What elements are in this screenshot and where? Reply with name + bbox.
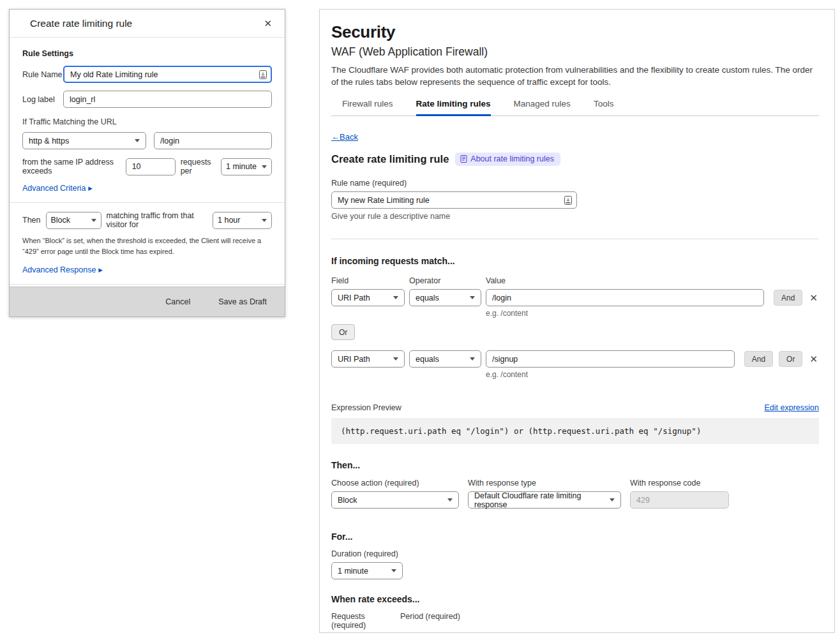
period-select[interactable]: 1 minute xyxy=(221,158,272,175)
chevron-down-icon xyxy=(393,357,398,361)
duration-label: Duration (required) xyxy=(331,549,819,558)
caret-right-icon: ▶ xyxy=(98,267,103,273)
response-type-select[interactable]: Default Cloudflare rate limiting respons… xyxy=(468,491,621,509)
or-button[interactable]: Or xyxy=(779,351,802,367)
save-as-draft-button[interactable]: Save as Draft xyxy=(218,297,267,306)
dialog-header: Create rate limiting rule ✕ xyxy=(10,10,285,38)
value-input[interactable] xyxy=(486,350,735,368)
duration-select[interactable]: 1 hour xyxy=(213,212,272,229)
traffic-match-label: If Traffic Matching the URL xyxy=(22,117,272,126)
operator-select[interactable]: equals xyxy=(409,350,481,368)
log-label-input[interactable] xyxy=(63,91,272,108)
threshold-input[interactable] xyxy=(126,158,176,175)
chevron-down-icon xyxy=(135,139,140,142)
duration-select[interactable]: 1 minute xyxy=(331,562,403,579)
chevron-down-icon xyxy=(262,219,267,222)
condition-row: URI Path equals And ✕ xyxy=(331,289,819,306)
value-input[interactable] xyxy=(486,289,764,306)
action-select[interactable]: Block xyxy=(46,212,101,229)
chevron-down-icon xyxy=(391,569,396,572)
tab-tools[interactable]: Tools xyxy=(594,99,614,116)
autofill-icon xyxy=(259,70,267,79)
divider xyxy=(331,239,819,239)
expression-preview-label: Expression Preview xyxy=(331,403,401,412)
requests-label: Requests (required) xyxy=(331,612,396,630)
field-select[interactable]: URI Path xyxy=(331,289,405,306)
then-section-title: Then... xyxy=(331,460,819,470)
value-column-label: Value xyxy=(486,276,819,285)
edit-expression-link[interactable]: Edit expression xyxy=(765,403,819,412)
rule-name-label: Rule name (required) xyxy=(331,179,819,188)
cancel-button[interactable]: Cancel xyxy=(165,297,190,306)
chevron-down-icon xyxy=(447,498,453,502)
threshold-prefix-text: from the same IP address exceeds xyxy=(22,158,121,175)
block-note-text: When “Block” is set, when the threshold … xyxy=(22,235,272,257)
about-rate-limiting-link[interactable]: About rate limiting rules xyxy=(455,153,560,166)
advanced-response-link[interactable]: Advanced Response▶ xyxy=(22,265,272,274)
scheme-select[interactable]: http & https xyxy=(22,132,146,149)
chevron-down-icon xyxy=(610,498,615,502)
remove-condition-icon[interactable]: ✕ xyxy=(808,353,819,365)
match-section-title: If incoming requests match... xyxy=(331,256,819,266)
rule-settings-heading: Rule Settings xyxy=(22,49,272,58)
advanced-criteria-link[interactable]: Advanced Criteria▶ xyxy=(22,184,272,193)
chevron-down-icon xyxy=(393,296,398,299)
dialog-title: Create rate limiting rule xyxy=(30,18,132,29)
tab-managed-rules[interactable]: Managed rules xyxy=(514,99,571,116)
rule-name-help: Give your rule a descriptive name xyxy=(331,212,819,221)
for-section-title: For... xyxy=(331,532,819,542)
field-select[interactable]: URI Path xyxy=(331,350,405,368)
log-label-label: Log label xyxy=(22,95,63,104)
operator-column-label: Operator xyxy=(409,276,481,285)
divider xyxy=(10,202,285,203)
page-subtitle: WAF (Web Application Firewall) xyxy=(331,45,819,59)
caret-right-icon: ▶ xyxy=(88,185,93,191)
page-description: The Cloudflare WAF provides both automat… xyxy=(331,64,819,88)
rules-tabs: Firewall rules Rate limiting rules Manag… xyxy=(331,99,819,116)
then-label: Then xyxy=(22,216,41,225)
condition-row: URI Path equals And Or ✕ xyxy=(331,350,819,368)
legacy-rate-limit-dialog: Create rate limiting rule ✕ Rule Setting… xyxy=(9,9,285,317)
and-button[interactable]: And xyxy=(774,290,802,306)
value-hint: e.g. /content xyxy=(486,370,819,379)
rule-name-label: Rule Name xyxy=(22,70,63,79)
or-button[interactable]: Or xyxy=(331,324,355,340)
chevron-down-icon xyxy=(262,165,267,168)
expression-preview: (http.request.uri.path eq "/login") or (… xyxy=(331,418,819,444)
rule-name-input[interactable] xyxy=(63,66,272,83)
action-select[interactable]: Block xyxy=(331,491,459,509)
then-mid-text: matching traffic from that visitor for xyxy=(107,211,208,229)
threshold-mid-text: requests per xyxy=(181,158,216,175)
rule-name-input[interactable] xyxy=(331,191,577,209)
and-button[interactable]: And xyxy=(744,351,773,367)
divider xyxy=(10,284,285,285)
operator-select[interactable]: equals xyxy=(409,289,481,306)
chevron-down-icon xyxy=(470,296,475,299)
chevron-down-icon xyxy=(91,219,96,222)
value-hint: e.g. /content xyxy=(486,309,819,318)
back-link[interactable]: ←Back xyxy=(331,132,358,142)
period-label: Period (required) xyxy=(400,612,460,630)
response-type-label: With response type xyxy=(468,479,621,487)
remove-condition-icon[interactable]: ✕ xyxy=(808,292,819,304)
choose-action-label: Choose action (required) xyxy=(331,479,459,487)
form-title: Create rate limiting rule xyxy=(331,153,449,165)
chevron-down-icon xyxy=(470,357,475,361)
field-column-label: Field xyxy=(331,276,405,285)
dialog-footer: Cancel Save as Draft xyxy=(10,287,285,316)
page-title: Security xyxy=(331,22,819,42)
back-arrow-icon: ← xyxy=(331,132,340,142)
waf-panel: Security WAF (Web Application Firewall) … xyxy=(319,9,835,633)
close-icon[interactable]: ✕ xyxy=(262,18,273,29)
doc-icon xyxy=(460,155,467,163)
rate-section-title: When rate exceeds... xyxy=(331,594,819,604)
tab-rate-limiting-rules[interactable]: Rate limiting rules xyxy=(416,99,491,116)
response-code-input xyxy=(630,491,729,509)
response-code-label: With response code xyxy=(630,479,729,487)
tab-firewall-rules[interactable]: Firewall rules xyxy=(342,99,393,116)
url-input[interactable] xyxy=(154,132,272,149)
autofill-icon xyxy=(564,196,572,205)
